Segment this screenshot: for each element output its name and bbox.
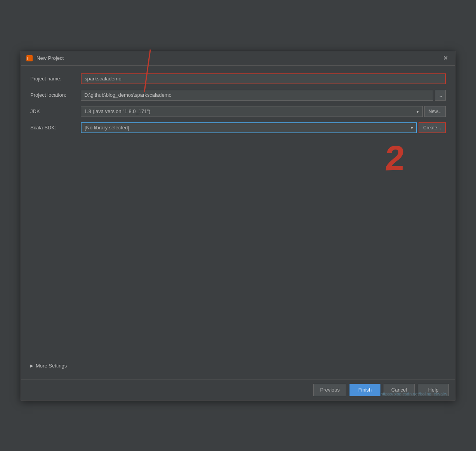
more-settings-triangle-icon: ▶ (30, 364, 33, 368)
dialog-footer: Previous Finish Cancel Help (21, 380, 455, 400)
scala-sdk-label: Scala SDK: (30, 125, 81, 131)
new-jdk-button[interactable]: New... (424, 106, 446, 117)
project-location-field-group: ... (81, 90, 446, 101)
jdk-field-group: 1.8 (java version "1.8.0_171") ▼ New... (81, 106, 446, 117)
close-button[interactable]: ✕ (441, 54, 450, 62)
project-location-label: Project location: (30, 92, 81, 98)
svg-text:I: I (27, 56, 28, 61)
bottom-section: ▶ More Settings (30, 360, 446, 372)
previous-button[interactable]: Previous (313, 384, 346, 396)
content-area (30, 139, 446, 360)
project-name-label: Project name: (30, 76, 81, 82)
project-name-row: Project name: (30, 73, 446, 84)
more-settings-toggle[interactable]: ▶ More Settings (30, 360, 446, 372)
title-bar-left: I New Project (26, 54, 64, 62)
scala-sdk-select[interactable]: [No library selected] (81, 122, 417, 133)
project-location-input[interactable] (81, 90, 433, 101)
project-location-row: Project location: ... (30, 90, 446, 101)
more-settings-label: More Settings (36, 363, 67, 369)
scala-sdk-row: Scala SDK: [No library selected] ▼ Creat… (30, 122, 446, 133)
finish-button[interactable]: Finish (349, 384, 380, 396)
jdk-row: JDK 1.8 (java version "1.8.0_171") ▼ New… (30, 106, 446, 117)
new-project-dialog: I New Project ✕ Project name: Project lo… (21, 51, 455, 401)
project-name-input[interactable] (81, 73, 446, 84)
footer-url: https://blog.csdn.net/boling_cavalry (380, 392, 447, 396)
jdk-select[interactable]: 1.8 (java version "1.8.0_171") (81, 106, 423, 117)
jdk-select-wrapper: 1.8 (java version "1.8.0_171") ▼ (81, 106, 423, 117)
scala-sdk-select-wrapper: [No library selected] ▼ (81, 122, 417, 133)
browse-button[interactable]: ... (435, 90, 446, 101)
create-button[interactable]: Create... (419, 122, 446, 133)
app-icon: I (26, 54, 33, 62)
scala-sdk-field-group: [No library selected] ▼ Create... (81, 122, 446, 133)
jdk-label: JDK (30, 108, 81, 114)
dialog-title: New Project (36, 55, 64, 61)
dialog-body: Project name: Project location: ... JDK … (21, 66, 455, 380)
title-bar: I New Project ✕ (21, 51, 455, 66)
